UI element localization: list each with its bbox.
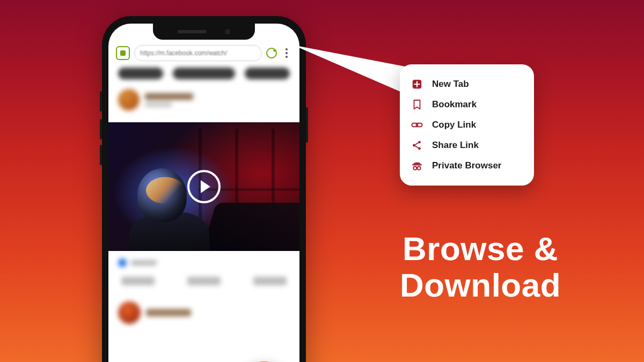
post-author-meta (145, 93, 193, 107)
phone-screen: https://m.facebook.com/watch/ (108, 24, 299, 362)
post-action[interactable] (253, 277, 287, 285)
link-icon (411, 119, 423, 131)
plus-icon (411, 78, 423, 91)
web-feed (108, 68, 299, 362)
nav-pill[interactable] (173, 68, 236, 79)
menu-item-bookmark[interactable]: Bookmark (409, 94, 523, 115)
nav-pill[interactable] (245, 68, 290, 79)
site-security-icon[interactable] (116, 46, 130, 60)
phone-mockup: https://m.facebook.com/watch/ (102, 16, 306, 362)
bookmark-icon (411, 98, 423, 111)
like-icon (118, 258, 127, 267)
avatar[interactable] (118, 301, 141, 324)
post-author-meta (146, 309, 191, 316)
share-icon (411, 139, 423, 152)
menu-item-label: Bookmark (432, 99, 477, 110)
overflow-menu: New Tab Bookmark Copy Link Share Link (400, 64, 534, 186)
front-camera (225, 29, 230, 34)
menu-item-label: Private Browser (432, 160, 501, 171)
post-action[interactable] (121, 277, 155, 285)
video-card[interactable] (108, 122, 299, 251)
browser-toolbar: https://m.facebook.com/watch/ (116, 44, 292, 62)
nav-pill[interactable] (118, 68, 163, 79)
svg-marker-0 (293, 45, 416, 99)
svg-rect-3 (416, 123, 422, 127)
marketing-headline: Browse & Download (349, 231, 612, 304)
svg-rect-7 (412, 164, 422, 165)
headline-line-2: Download (349, 267, 612, 304)
avatar[interactable] (118, 89, 140, 110)
post-footer (108, 251, 299, 293)
menu-item-share-link[interactable]: Share Link (409, 135, 523, 156)
svg-point-9 (418, 166, 421, 169)
post-actions (118, 275, 290, 293)
play-icon[interactable] (187, 170, 221, 203)
menu-item-label: Share Link (432, 140, 479, 151)
headline-line-1: Browse & (349, 231, 612, 267)
incognito-icon (411, 159, 423, 172)
reaction-count (131, 260, 157, 265)
overflow-menu-button[interactable] (281, 48, 292, 58)
menu-item-copy-link[interactable]: Copy Link (409, 115, 523, 135)
address-url: https://m.facebook.com/watch/ (140, 49, 227, 57)
speaker-slot (178, 30, 207, 33)
address-bar[interactable]: https://m.facebook.com/watch/ (134, 45, 262, 61)
refresh-icon[interactable] (266, 48, 277, 58)
post-header (108, 293, 299, 333)
nav-pills (108, 68, 299, 85)
menu-item-label: Copy Link (432, 120, 476, 130)
post-action[interactable] (187, 277, 221, 285)
phone-notch (153, 24, 255, 40)
menu-item-label: New Tab (432, 79, 469, 90)
menu-item-new-tab[interactable]: New Tab (409, 74, 523, 94)
svg-point-8 (413, 166, 416, 169)
reaction-summary[interactable] (118, 258, 290, 267)
menu-item-private-browser[interactable]: Private Browser (409, 156, 523, 176)
video-figure-visor (146, 177, 185, 204)
post-header (108, 85, 299, 122)
callout-pointer (293, 42, 416, 101)
